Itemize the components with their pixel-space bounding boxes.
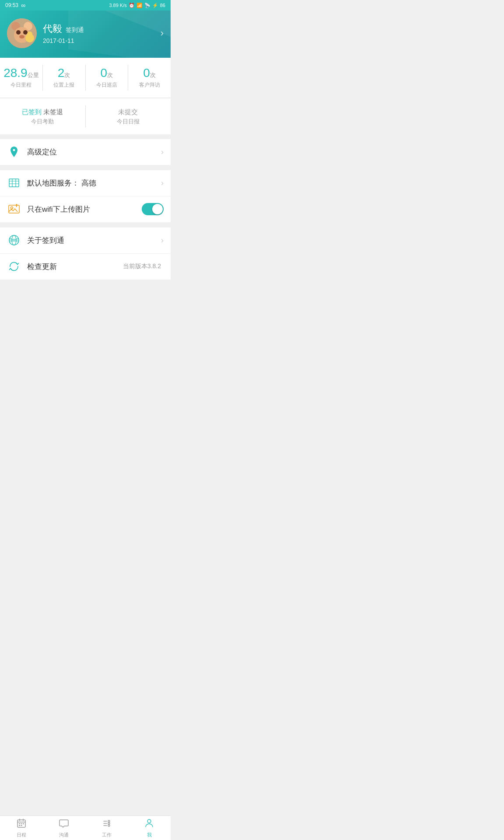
menu-section-about: 关于签到通 › 检查更新 当前版本3.8.2 <box>0 228 171 280</box>
menu-item-update[interactable]: 检查更新 当前版本3.8.2 <box>0 254 171 280</box>
globe-icon <box>7 233 21 247</box>
stat-location: 2次 位置上报 <box>43 65 86 91</box>
profile-chevron-right-icon[interactable]: › <box>161 28 164 39</box>
status-bar: 09:53 ∞ 3.89 K/s ⏰ 📶 📡 ⚡ 86 <box>0 0 171 10</box>
map-icon <box>7 176 21 190</box>
checkin-status: 已签到 未签退 今日考勤 <box>0 105 86 127</box>
location-pin-icon <box>7 145 21 159</box>
menu-item-map[interactable]: 默认地图服务： 高德 › <box>0 170 171 196</box>
avatar-image <box>7 18 37 48</box>
profile-date: 2017-01-11 <box>43 37 164 44</box>
battery-icon: ⚡ <box>152 3 158 8</box>
report-status: 未提交 今日日报 <box>86 105 171 127</box>
avatar-svg <box>7 18 37 48</box>
avatar <box>7 18 37 48</box>
stat-visit-label: 客户拜访 <box>128 81 171 89</box>
section-divider-1 <box>0 134 171 139</box>
status-right: 3.89 K/s ⏰ 📶 📡 ⚡ 86 <box>109 3 165 8</box>
profile-info: 代毅 签到通 2017-01-11 <box>43 22 164 44</box>
profile-header[interactable]: 代毅 签到通 2017-01-11 › <box>0 10 171 58</box>
stat-distance-label: 今日里程 <box>0 81 42 89</box>
svg-point-4 <box>16 30 21 35</box>
status-left: 09:53 ∞ <box>5 2 25 9</box>
wifi-icon: 📶 <box>136 3 143 8</box>
menu-item-location[interactable]: 高级定位 › <box>0 139 171 165</box>
checkin-label: 今日考勤 <box>0 118 85 126</box>
version-value: 当前版本3.8.2 <box>123 262 161 270</box>
menu-item-wifi[interactable]: 只在wifi下上传图片 <box>0 196 171 223</box>
signal-icon: 📡 <box>144 3 150 8</box>
menu-location-text: 高级定位 <box>27 147 161 157</box>
menu-wifi-text: 只在wifi下上传图片 <box>27 204 142 214</box>
svg-point-8 <box>27 32 32 37</box>
menu-update-text: 检查更新 <box>27 262 123 272</box>
profile-name-row: 代毅 签到通 <box>43 22 164 35</box>
svg-rect-10 <box>9 205 19 213</box>
stat-distance-number: 28.9公里 <box>0 66 42 80</box>
report-status-text: 未提交 <box>86 107 171 116</box>
network-speed: 3.89 K/s <box>109 3 126 8</box>
stat-visit-number: 0次 <box>128 66 171 80</box>
chevron-right-icon: › <box>161 147 164 157</box>
menu-item-about[interactable]: 关于签到通 › <box>0 228 171 254</box>
chevron-right-icon-2: › <box>161 178 164 188</box>
attendance-section: 已签到 未签退 今日考勤 未提交 今日日报 <box>0 98 171 134</box>
user-name: 代毅 <box>43 22 62 35</box>
svg-point-6 <box>19 35 24 38</box>
clock-icon: ⏰ <box>129 3 135 8</box>
app-name: 签到通 <box>66 26 84 34</box>
status-time: 09:53 <box>5 2 18 8</box>
menu-about-text: 关于签到通 <box>27 235 161 245</box>
section-divider-2 <box>0 165 171 170</box>
infinity-icon: ∞ <box>21 2 25 9</box>
chevron-right-icon-3: › <box>161 236 164 245</box>
stat-store: 0次 今日巡店 <box>86 65 129 91</box>
stats-section: 28.9公里 今日里程 2次 位置上报 0次 今日巡店 0次 客户拜访 <box>0 58 171 98</box>
stat-distance: 28.9公里 今日里程 <box>0 65 43 91</box>
svg-rect-9 <box>9 179 19 187</box>
svg-point-11 <box>11 207 13 209</box>
stat-location-number: 2次 <box>43 66 85 80</box>
stat-visit: 0次 客户拜访 <box>128 65 171 91</box>
stat-store-number: 0次 <box>86 66 128 80</box>
stat-location-label: 位置上报 <box>43 81 85 89</box>
menu-map-text: 默认地图服务： 高德 <box>27 178 161 188</box>
wifi-toggle[interactable] <box>142 203 164 215</box>
battery-level: 86 <box>160 3 165 8</box>
svg-point-5 <box>23 30 28 35</box>
menu-section-map: 默认地图服务： 高德 › 只在wifi下上传图片 <box>0 170 171 223</box>
image-upload-icon <box>7 202 21 216</box>
stat-store-label: 今日巡店 <box>86 81 128 89</box>
menu-section-location: 高级定位 › <box>0 139 171 165</box>
section-divider-3 <box>0 223 171 227</box>
checkin-status-text: 已签到 未签退 <box>0 107 85 116</box>
refresh-icon <box>7 259 21 273</box>
report-label: 今日日报 <box>86 118 171 126</box>
